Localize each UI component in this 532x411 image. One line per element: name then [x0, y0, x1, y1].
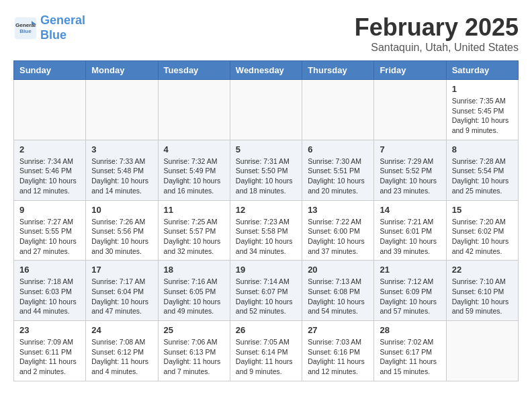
table-row	[446, 321, 518, 381]
day-info: Sunrise: 7:06 AM Sunset: 6:13 PM Dayligh…	[164, 337, 224, 377]
day-info: Sunrise: 7:20 AM Sunset: 6:02 PM Dayligh…	[452, 217, 513, 257]
table-row: 2Sunrise: 7:34 AM Sunset: 5:46 PM Daylig…	[14, 140, 86, 200]
table-row: 25Sunrise: 7:06 AM Sunset: 6:13 PM Dayli…	[158, 321, 230, 381]
day-number: 16	[19, 265, 80, 275]
calendar-week-row: 16Sunrise: 7:18 AM Sunset: 6:03 PM Dayli…	[14, 261, 519, 321]
location-title: Santaquin, Utah, United States	[355, 42, 519, 54]
table-row: 1Sunrise: 7:35 AM Sunset: 5:45 PM Daylig…	[446, 80, 518, 140]
table-row: 8Sunrise: 7:28 AM Sunset: 5:54 PM Daylig…	[446, 140, 518, 200]
calendar-week-row: 23Sunrise: 7:09 AM Sunset: 6:11 PM Dayli…	[14, 321, 519, 381]
table-row: 13Sunrise: 7:22 AM Sunset: 6:00 PM Dayli…	[302, 200, 374, 261]
day-info: Sunrise: 7:25 AM Sunset: 5:57 PM Dayligh…	[164, 217, 224, 257]
day-number: 27	[308, 325, 368, 335]
day-number: 13	[308, 205, 368, 215]
weekday-header-tuesday: Tuesday	[158, 61, 230, 80]
table-row: 19Sunrise: 7:14 AM Sunset: 6:07 PM Dayli…	[230, 261, 302, 321]
table-row	[374, 80, 446, 140]
table-row: 12Sunrise: 7:23 AM Sunset: 5:58 PM Dayli…	[230, 200, 302, 261]
logo-text: General Blue	[40, 13, 85, 42]
table-row	[230, 80, 302, 140]
day-number: 21	[380, 265, 440, 275]
weekday-header-monday: Monday	[86, 61, 158, 80]
calendar: SundayMondayTuesdayWednesdayThursdayFrid…	[13, 60, 519, 381]
day-info: Sunrise: 7:28 AM Sunset: 5:54 PM Dayligh…	[452, 156, 513, 196]
day-info: Sunrise: 7:10 AM Sunset: 6:10 PM Dayligh…	[452, 277, 513, 316]
day-number: 5	[236, 144, 296, 154]
table-row	[14, 80, 86, 140]
day-info: Sunrise: 7:23 AM Sunset: 5:58 PM Dayligh…	[236, 217, 296, 257]
table-row: 24Sunrise: 7:08 AM Sunset: 6:12 PM Dayli…	[86, 321, 158, 381]
day-info: Sunrise: 7:02 AM Sunset: 6:17 PM Dayligh…	[380, 337, 440, 377]
table-row	[302, 80, 374, 140]
table-row: 6Sunrise: 7:30 AM Sunset: 5:51 PM Daylig…	[302, 140, 374, 200]
month-title: February 2025	[355, 13, 519, 42]
day-number: 10	[91, 205, 152, 215]
table-row	[158, 80, 230, 140]
day-number: 24	[91, 325, 152, 335]
table-row: 23Sunrise: 7:09 AM Sunset: 6:11 PM Dayli…	[14, 321, 86, 381]
day-info: Sunrise: 7:14 AM Sunset: 6:07 PM Dayligh…	[236, 277, 296, 316]
logo-icon: General Blue	[13, 16, 38, 40]
day-info: Sunrise: 7:09 AM Sunset: 6:11 PM Dayligh…	[19, 337, 80, 377]
day-number: 26	[236, 325, 296, 335]
day-info: Sunrise: 7:32 AM Sunset: 5:49 PM Dayligh…	[164, 156, 224, 196]
day-info: Sunrise: 7:29 AM Sunset: 5:52 PM Dayligh…	[380, 156, 440, 196]
day-number: 20	[308, 265, 368, 275]
table-row: 9Sunrise: 7:27 AM Sunset: 5:55 PM Daylig…	[14, 200, 86, 261]
day-info: Sunrise: 7:22 AM Sunset: 6:00 PM Dayligh…	[308, 217, 368, 257]
svg-text:Blue: Blue	[19, 28, 32, 34]
day-info: Sunrise: 7:21 AM Sunset: 6:01 PM Dayligh…	[380, 217, 440, 257]
table-row: 21Sunrise: 7:12 AM Sunset: 6:09 PM Dayli…	[374, 261, 446, 321]
weekday-header-row: SundayMondayTuesdayWednesdayThursdayFrid…	[14, 61, 519, 80]
day-number: 7	[380, 144, 440, 154]
day-number: 15	[452, 205, 513, 215]
day-number: 2	[19, 144, 80, 154]
day-number: 17	[91, 265, 152, 275]
table-row: 26Sunrise: 7:05 AM Sunset: 6:14 PM Dayli…	[230, 321, 302, 381]
table-row: 27Sunrise: 7:03 AM Sunset: 6:16 PM Dayli…	[302, 321, 374, 381]
title-area: February 2025 Santaquin, Utah, United St…	[355, 13, 519, 54]
day-info: Sunrise: 7:33 AM Sunset: 5:48 PM Dayligh…	[91, 156, 152, 196]
day-info: Sunrise: 7:03 AM Sunset: 6:16 PM Dayligh…	[308, 337, 368, 377]
table-row: 14Sunrise: 7:21 AM Sunset: 6:01 PM Dayli…	[374, 200, 446, 261]
day-number: 28	[380, 325, 440, 335]
day-info: Sunrise: 7:08 AM Sunset: 6:12 PM Dayligh…	[91, 337, 152, 377]
day-info: Sunrise: 7:16 AM Sunset: 6:05 PM Dayligh…	[164, 277, 224, 316]
weekday-header-saturday: Saturday	[446, 61, 518, 80]
calendar-week-row: 1Sunrise: 7:35 AM Sunset: 5:45 PM Daylig…	[14, 80, 519, 140]
day-number: 8	[452, 144, 513, 154]
day-info: Sunrise: 7:17 AM Sunset: 6:04 PM Dayligh…	[91, 277, 152, 316]
day-info: Sunrise: 7:12 AM Sunset: 6:09 PM Dayligh…	[380, 277, 440, 316]
table-row: 22Sunrise: 7:10 AM Sunset: 6:10 PM Dayli…	[446, 261, 518, 321]
day-number: 11	[164, 205, 224, 215]
table-row: 3Sunrise: 7:33 AM Sunset: 5:48 PM Daylig…	[86, 140, 158, 200]
day-info: Sunrise: 7:05 AM Sunset: 6:14 PM Dayligh…	[236, 337, 296, 377]
day-number: 12	[236, 205, 296, 215]
calendar-week-row: 9Sunrise: 7:27 AM Sunset: 5:55 PM Daylig…	[14, 200, 519, 261]
day-number: 9	[19, 205, 80, 215]
table-row: 20Sunrise: 7:13 AM Sunset: 6:08 PM Dayli…	[302, 261, 374, 321]
table-row: 18Sunrise: 7:16 AM Sunset: 6:05 PM Dayli…	[158, 261, 230, 321]
day-number: 6	[308, 144, 368, 154]
day-info: Sunrise: 7:26 AM Sunset: 5:56 PM Dayligh…	[91, 217, 152, 257]
logo: General Blue General Blue	[13, 13, 85, 42]
table-row: 10Sunrise: 7:26 AM Sunset: 5:56 PM Dayli…	[86, 200, 158, 261]
weekday-header-thursday: Thursday	[302, 61, 374, 80]
day-number: 22	[452, 265, 513, 275]
day-number: 19	[236, 265, 296, 275]
table-row: 11Sunrise: 7:25 AM Sunset: 5:57 PM Dayli…	[158, 200, 230, 261]
day-info: Sunrise: 7:13 AM Sunset: 6:08 PM Dayligh…	[308, 277, 368, 316]
day-info: Sunrise: 7:30 AM Sunset: 5:51 PM Dayligh…	[308, 156, 368, 196]
day-number: 3	[91, 144, 152, 154]
table-row: 7Sunrise: 7:29 AM Sunset: 5:52 PM Daylig…	[374, 140, 446, 200]
day-number: 18	[164, 265, 224, 275]
header: General Blue General Blue February 2025 …	[13, 13, 519, 54]
calendar-week-row: 2Sunrise: 7:34 AM Sunset: 5:46 PM Daylig…	[14, 140, 519, 200]
table-row: 4Sunrise: 7:32 AM Sunset: 5:49 PM Daylig…	[158, 140, 230, 200]
day-number: 25	[164, 325, 224, 335]
day-info: Sunrise: 7:31 AM Sunset: 5:50 PM Dayligh…	[236, 156, 296, 196]
weekday-header-wednesday: Wednesday	[230, 61, 302, 80]
day-info: Sunrise: 7:35 AM Sunset: 5:45 PM Dayligh…	[452, 96, 513, 136]
day-number: 23	[19, 325, 80, 335]
table-row: 5Sunrise: 7:31 AM Sunset: 5:50 PM Daylig…	[230, 140, 302, 200]
